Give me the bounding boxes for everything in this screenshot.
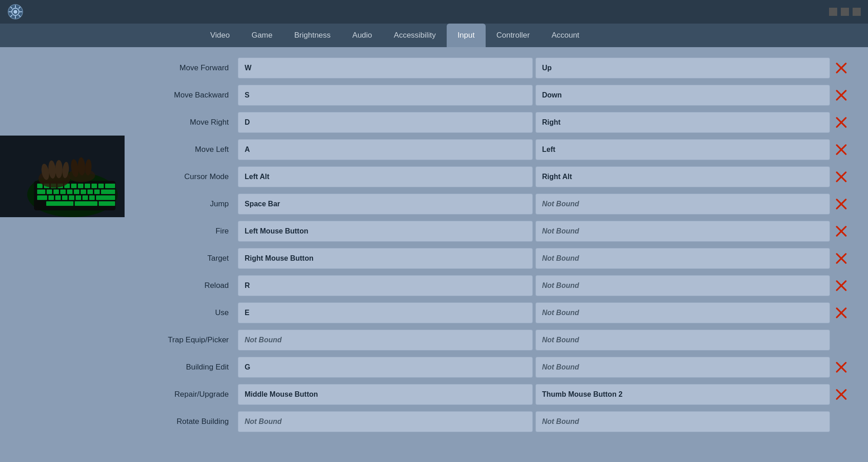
svg-rect-19 bbox=[60, 190, 66, 194]
svg-rect-37 bbox=[99, 201, 115, 206]
keybindings-container[interactable]: Move ForwardWUp Move BackwardSDown Move … bbox=[125, 47, 868, 462]
primary-binding-8[interactable]: R bbox=[238, 275, 533, 296]
action-label-13: Rotate Building bbox=[134, 417, 238, 426]
secondary-binding-9[interactable]: Not Bound bbox=[535, 302, 830, 323]
x-icon bbox=[835, 252, 848, 265]
x-icon bbox=[835, 170, 848, 183]
keybinding-row: TargetRight Mouse ButtonNot Bound bbox=[134, 247, 850, 270]
keybinding-row: ReloadRNot Bound bbox=[134, 274, 850, 297]
nav-tab-input[interactable]: Input bbox=[447, 24, 486, 47]
primary-binding-1[interactable]: S bbox=[238, 85, 533, 106]
clear-button-9[interactable] bbox=[833, 304, 850, 321]
secondary-binding-2[interactable]: Right bbox=[535, 112, 830, 133]
keybinding-row: Repair/UpgradeMiddle Mouse ButtonThumb M… bbox=[134, 383, 850, 406]
action-label-11: Building Edit bbox=[134, 363, 238, 372]
nav-tab-controller[interactable]: Controller bbox=[486, 24, 541, 47]
svg-rect-29 bbox=[62, 195, 68, 200]
clear-button-4[interactable] bbox=[833, 168, 850, 185]
secondary-binding-3[interactable]: Left bbox=[535, 139, 830, 160]
primary-binding-5[interactable]: Space Bar bbox=[238, 194, 533, 214]
primary-binding-6[interactable]: Left Mouse Button bbox=[238, 221, 533, 242]
x-icon bbox=[835, 143, 848, 156]
nav-tab-game[interactable]: Game bbox=[241, 24, 283, 47]
restore-button[interactable] bbox=[841, 8, 849, 16]
title-bar-left bbox=[7, 4, 29, 20]
secondary-binding-12[interactable]: Thumb Mouse Button 2 bbox=[535, 384, 830, 405]
svg-rect-27 bbox=[48, 195, 54, 200]
action-label-1: Move Backward bbox=[134, 91, 238, 100]
primary-binding-9[interactable]: E bbox=[238, 302, 533, 323]
svg-rect-5 bbox=[37, 184, 43, 188]
action-label-5: Jump bbox=[134, 199, 238, 209]
secondary-binding-5[interactable]: Not Bound bbox=[535, 194, 830, 214]
svg-rect-16 bbox=[37, 190, 45, 194]
nav-tab-audio[interactable]: Audio bbox=[342, 24, 383, 47]
keybinding-row: Building EditGNot Bound bbox=[134, 355, 850, 379]
keybinding-row: Move RightDRight bbox=[134, 111, 850, 134]
nav-bar: VideoGameBrightnessAudioAccessibilityInp… bbox=[0, 24, 868, 47]
svg-rect-36 bbox=[75, 201, 97, 206]
secondary-binding-7[interactable]: Not Bound bbox=[535, 248, 830, 269]
svg-rect-11 bbox=[78, 184, 83, 188]
nav-tab-account[interactable]: Account bbox=[540, 24, 590, 47]
primary-binding-10[interactable]: Not Bound bbox=[238, 330, 533, 350]
action-label-9: Use bbox=[134, 308, 238, 317]
primary-binding-2[interactable]: D bbox=[238, 112, 533, 133]
clear-button-8[interactable] bbox=[833, 277, 850, 294]
secondary-binding-10[interactable]: Not Bound bbox=[535, 330, 830, 350]
svg-rect-33 bbox=[89, 195, 95, 200]
title-bar bbox=[0, 0, 868, 24]
keybinding-row: Move BackwardSDown bbox=[134, 83, 850, 107]
primary-binding-7[interactable]: Right Mouse Button bbox=[238, 248, 533, 269]
content-area: Move ForwardWUp Move BackwardSDown Move … bbox=[0, 47, 868, 462]
primary-binding-3[interactable]: A bbox=[238, 139, 533, 160]
nav-tab-accessibility[interactable]: Accessibility bbox=[383, 24, 447, 47]
keybinding-row: JumpSpace BarNot Bound bbox=[134, 192, 850, 216]
x-icon bbox=[835, 306, 848, 319]
svg-rect-18 bbox=[53, 190, 59, 194]
clear-button-1[interactable] bbox=[833, 87, 850, 104]
svg-rect-14 bbox=[98, 184, 104, 188]
primary-binding-4[interactable]: Left Alt bbox=[238, 166, 533, 187]
keybinding-row: FireLeft Mouse ButtonNot Bound bbox=[134, 219, 850, 243]
svg-rect-28 bbox=[55, 195, 61, 200]
clear-button-7[interactable] bbox=[833, 250, 850, 267]
secondary-binding-0[interactable]: Up bbox=[535, 58, 830, 78]
minimize-button[interactable] bbox=[829, 8, 837, 16]
action-label-12: Repair/Upgrade bbox=[134, 390, 238, 399]
secondary-binding-11[interactable]: Not Bound bbox=[535, 357, 830, 378]
primary-binding-12[interactable]: Middle Mouse Button bbox=[238, 384, 533, 405]
clear-button-11[interactable] bbox=[833, 359, 850, 376]
clear-button-12[interactable] bbox=[833, 386, 850, 403]
keybinding-row: Move LeftALeft bbox=[134, 138, 850, 161]
clear-button-3[interactable] bbox=[833, 141, 850, 158]
action-label-4: Cursor Mode bbox=[134, 172, 238, 181]
clear-button-5[interactable] bbox=[833, 195, 850, 213]
svg-rect-31 bbox=[76, 195, 81, 200]
svg-rect-21 bbox=[74, 190, 79, 194]
close-button[interactable] bbox=[853, 8, 861, 16]
secondary-binding-6[interactable]: Not Bound bbox=[535, 221, 830, 242]
nav-tab-video[interactable]: Video bbox=[199, 24, 241, 47]
svg-rect-26 bbox=[37, 195, 47, 200]
thumbnail-image bbox=[0, 136, 125, 217]
clear-button-2[interactable] bbox=[833, 114, 850, 131]
clear-button-0[interactable] bbox=[833, 59, 850, 77]
primary-binding-0[interactable]: W bbox=[238, 58, 533, 78]
x-icon bbox=[835, 279, 848, 292]
svg-point-42 bbox=[55, 160, 63, 178]
primary-binding-13[interactable]: Not Bound bbox=[238, 411, 533, 432]
secondary-binding-13[interactable]: Not Bound bbox=[535, 411, 830, 432]
secondary-binding-8[interactable]: Not Bound bbox=[535, 275, 830, 296]
primary-binding-11[interactable]: G bbox=[238, 357, 533, 378]
svg-rect-20 bbox=[67, 190, 72, 194]
svg-rect-23 bbox=[87, 190, 93, 194]
x-icon bbox=[835, 116, 848, 129]
secondary-binding-4[interactable]: Right Alt bbox=[535, 166, 830, 187]
secondary-binding-1[interactable]: Down bbox=[535, 85, 830, 106]
action-label-8: Reload bbox=[134, 281, 238, 290]
clear-button-6[interactable] bbox=[833, 223, 850, 240]
svg-rect-13 bbox=[92, 184, 97, 188]
x-icon bbox=[835, 89, 848, 102]
nav-tab-brightness[interactable]: Brightness bbox=[283, 24, 341, 47]
